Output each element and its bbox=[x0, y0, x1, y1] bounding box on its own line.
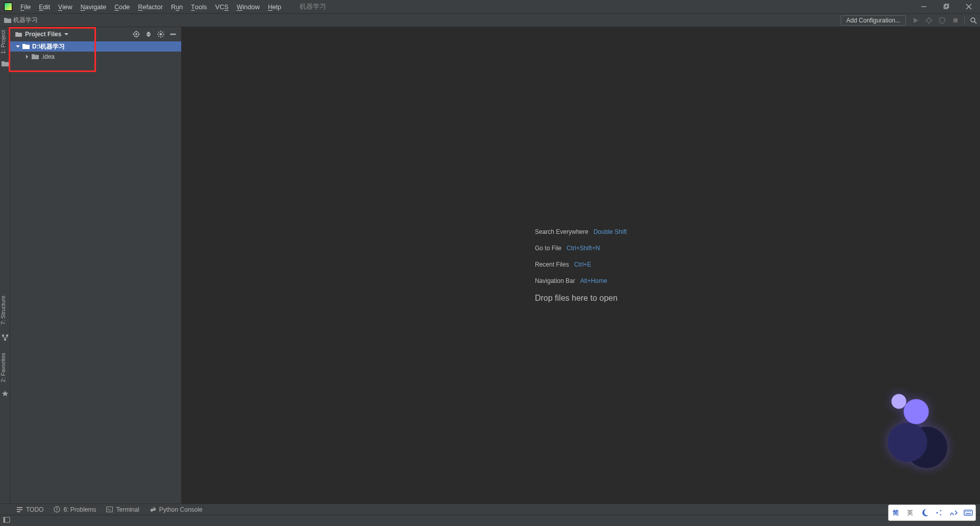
menu-navigate[interactable]: Navigate bbox=[77, 1, 111, 13]
menu-edit[interactable]: Edit bbox=[35, 1, 54, 13]
ime-keyboard-icon[interactable] bbox=[962, 507, 974, 519]
ime-lang-cn[interactable]: 简 bbox=[890, 507, 902, 519]
menu-file[interactable]: File bbox=[16, 1, 35, 13]
tool-problems[interactable]: 6: Problems bbox=[54, 506, 96, 513]
menu-window[interactable]: Window bbox=[233, 1, 264, 13]
ime-sparkle-icon[interactable] bbox=[933, 507, 945, 519]
window-minimize-button[interactable] bbox=[913, 0, 935, 13]
svg-point-48 bbox=[968, 511, 969, 512]
expand-all-icon[interactable] bbox=[143, 29, 154, 39]
tool-tab-favorites[interactable]: 2: Favorites bbox=[0, 350, 10, 385]
svg-rect-13 bbox=[2, 334, 4, 337]
svg-point-5 bbox=[927, 18, 931, 22]
navigation-toolbar: 机器学习 Add Configuration... bbox=[0, 14, 980, 27]
menu-view[interactable]: View bbox=[54, 1, 77, 13]
favorites-tab-icon bbox=[1, 390, 9, 398]
breadcrumb[interactable]: 机器学习 bbox=[0, 16, 38, 25]
tool-python-console[interactable]: Python Console bbox=[150, 506, 203, 513]
tool-tab-project[interactable]: 1: Project bbox=[0, 27, 10, 57]
locate-file-icon[interactable] bbox=[131, 29, 141, 39]
menu-refactor[interactable]: Refactor bbox=[134, 1, 167, 13]
run-with-coverage-button[interactable] bbox=[937, 15, 948, 26]
svg-rect-38 bbox=[107, 507, 113, 512]
project-tree[interactable]: D:\机器学习 .idea bbox=[10, 41, 181, 504]
svg-rect-37 bbox=[57, 511, 57, 511]
menu-run[interactable]: Run bbox=[167, 1, 187, 13]
project-view-selector[interactable]: Project Files bbox=[15, 31, 68, 38]
hint-go-to-file: Go to File Ctrl+Shift+N bbox=[535, 245, 627, 252]
svg-point-46 bbox=[965, 511, 966, 512]
tree-child-label: .idea bbox=[41, 53, 55, 60]
menu-bar: File Edit View Navigate Code Refactor Ru… bbox=[0, 0, 980, 14]
debug-button[interactable] bbox=[923, 15, 935, 26]
problems-icon bbox=[54, 506, 60, 513]
project-panel-header: Project Files bbox=[10, 27, 181, 41]
svg-rect-31 bbox=[170, 34, 176, 35]
ime-lang-en[interactable]: 英 bbox=[904, 507, 916, 519]
window-close-button[interactable] bbox=[958, 0, 980, 13]
status-bar bbox=[0, 515, 980, 526]
svg-rect-34 bbox=[17, 511, 20, 512]
hint-navigation-bar: Navigation Bar Alt+Home bbox=[535, 277, 627, 284]
menu-help[interactable]: Help bbox=[264, 1, 285, 13]
editor-empty-state[interactable]: Search Everywhere Double Shift Go to Fil… bbox=[182, 27, 980, 504]
svg-line-29 bbox=[162, 32, 163, 33]
search-everywhere-button[interactable] bbox=[968, 15, 979, 26]
tool-tab-structure[interactable]: 7: Structure bbox=[0, 293, 10, 328]
ime-toolbar[interactable]: 简 英 bbox=[888, 505, 976, 521]
desktop-assistant-overlay bbox=[873, 386, 960, 488]
folder-icon bbox=[32, 54, 39, 60]
bottom-tool-bar: TODO 6: Problems Terminal Python Console bbox=[0, 504, 980, 515]
hide-panel-icon[interactable] bbox=[168, 29, 178, 39]
tool-todo[interactable]: TODO bbox=[16, 506, 43, 513]
window-title: 机器学习 bbox=[300, 2, 326, 11]
hint-recent-files: Recent Files Ctrl+E bbox=[535, 261, 627, 268]
chevron-down-icon bbox=[15, 44, 20, 49]
python-icon bbox=[150, 506, 156, 513]
main-area: 1: Project 7: Structure 2: Favorites Pro… bbox=[0, 27, 980, 504]
project-tab-icon bbox=[1, 60, 9, 68]
breadcrumb-root: 机器学习 bbox=[13, 16, 38, 25]
folder-icon bbox=[4, 17, 11, 23]
chevron-right-icon bbox=[24, 54, 30, 59]
svg-line-30 bbox=[158, 36, 159, 37]
menu-vcs[interactable]: VCS bbox=[211, 1, 233, 13]
hint-search-everywhere: Search Everywhere Double Shift bbox=[535, 228, 627, 235]
svg-rect-44 bbox=[964, 510, 972, 515]
window-maximize-button[interactable] bbox=[935, 0, 958, 13]
tool-terminal[interactable]: Terminal bbox=[106, 506, 139, 513]
menu-tools[interactable]: Tools bbox=[187, 1, 211, 13]
folder-icon bbox=[15, 32, 22, 37]
todo-icon bbox=[16, 506, 23, 513]
pycharm-app-icon bbox=[4, 3, 12, 11]
run-configuration-selector[interactable]: Add Configuration... bbox=[841, 15, 906, 26]
svg-point-22 bbox=[160, 33, 162, 35]
ime-settings-icon[interactable] bbox=[947, 507, 960, 519]
tree-child-node[interactable]: .idea bbox=[10, 52, 181, 62]
run-button[interactable] bbox=[910, 15, 921, 26]
svg-line-12 bbox=[974, 21, 976, 23]
svg-line-28 bbox=[162, 36, 163, 37]
settings-gear-icon[interactable] bbox=[156, 29, 166, 39]
menu-code[interactable]: Code bbox=[110, 1, 134, 13]
tree-root-label: D:\机器学习 bbox=[32, 42, 65, 51]
svg-rect-32 bbox=[17, 507, 22, 508]
svg-point-43 bbox=[940, 514, 941, 515]
stop-button[interactable] bbox=[950, 15, 961, 26]
svg-rect-36 bbox=[57, 508, 57, 510]
svg-rect-40 bbox=[4, 517, 5, 522]
svg-rect-10 bbox=[953, 18, 958, 22]
status-toggle-tool-windows-icon[interactable] bbox=[3, 516, 10, 525]
tree-root-node[interactable]: D:\机器学习 bbox=[10, 41, 181, 52]
svg-point-17 bbox=[136, 34, 137, 35]
svg-rect-1 bbox=[944, 5, 948, 9]
hint-drop-files: Drop files here to open bbox=[535, 294, 627, 303]
editor-hints: Search Everywhere Double Shift Go to Fil… bbox=[535, 228, 627, 303]
ime-moon-icon[interactable] bbox=[919, 507, 931, 519]
structure-tab-icon bbox=[1, 333, 9, 342]
svg-point-47 bbox=[967, 511, 968, 512]
project-view-label: Project Files bbox=[25, 31, 61, 38]
svg-point-42 bbox=[940, 510, 941, 511]
svg-point-49 bbox=[970, 511, 971, 512]
separator bbox=[964, 16, 965, 25]
